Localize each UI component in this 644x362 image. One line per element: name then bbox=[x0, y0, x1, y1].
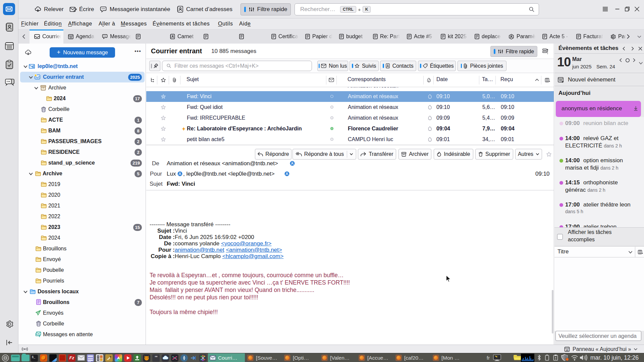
svg-text:10: 10 bbox=[566, 349, 568, 352]
